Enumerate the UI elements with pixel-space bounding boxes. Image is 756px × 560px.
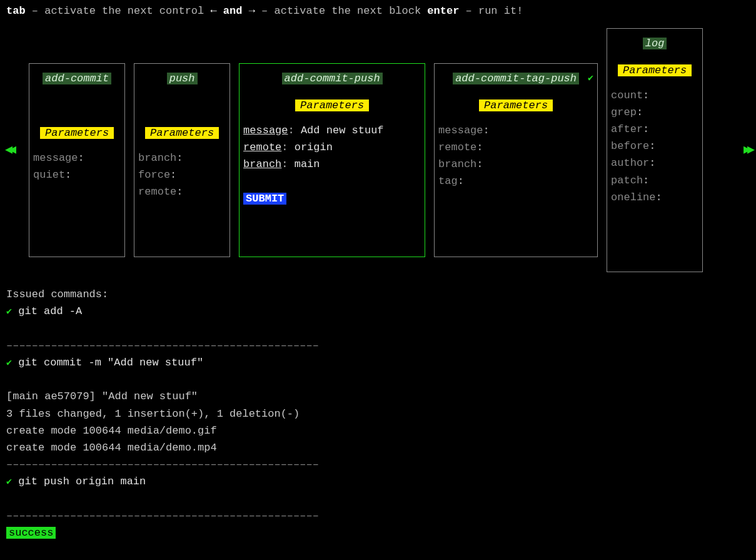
block-push[interactable]: push Parameters branch: force: remote: bbox=[134, 63, 230, 257]
param-oneline[interactable]: oneline: bbox=[611, 189, 698, 206]
check-icon: ✔ bbox=[6, 358, 12, 369]
param-branch[interactable]: branch: bbox=[138, 150, 226, 166]
parameters-heading: Parameters bbox=[138, 125, 226, 141]
log-line: ✔ git push origin main bbox=[6, 473, 750, 490]
param-author[interactable]: author: bbox=[611, 155, 698, 171]
parameters-heading: Parameters bbox=[438, 97, 593, 114]
check-icon: ✔ bbox=[588, 71, 593, 86]
param-before[interactable]: before: bbox=[611, 138, 698, 155]
block-title: log bbox=[611, 35, 698, 52]
help-enter-key: enter bbox=[427, 5, 459, 17]
check-icon: ✔ bbox=[6, 477, 12, 487]
param-branch[interactable]: branch: bbox=[438, 156, 593, 173]
output-log: Issued commands: ✔ git add -A ––––––––––… bbox=[0, 272, 756, 541]
block-add-commit-tag-push[interactable]: add-commit-tag-push ✔ Parameters message… bbox=[434, 63, 598, 257]
log-line: ✔ git commit -m "Add new stuuf" bbox=[6, 354, 750, 371]
help-arrows-key: ← and → bbox=[210, 5, 255, 17]
divider: ––––––––––––––––––––––––––––––––––––––––… bbox=[6, 456, 750, 473]
param-remote[interactable]: remote: bbox=[438, 139, 593, 156]
nav-next-icon[interactable]: ▶▶ bbox=[742, 140, 752, 160]
block-add-commit-push[interactable]: add-commit-push Parameters message: Add … bbox=[239, 63, 425, 257]
parameters-heading: Parameters bbox=[243, 97, 421, 114]
help-bar: tab – activate the next control ← and → … bbox=[0, 3, 756, 28]
block-log[interactable]: log Parameters count: grep: after: befor… bbox=[607, 28, 703, 272]
help-enter-text: – run it! bbox=[459, 5, 523, 17]
submit-button[interactable]: SUBMIT bbox=[243, 190, 421, 207]
help-tab-key: tab bbox=[6, 5, 26, 17]
param-message[interactable]: message: Add new stuuf bbox=[243, 122, 421, 139]
param-message[interactable]: message: bbox=[33, 150, 121, 166]
param-quiet[interactable]: quiet: bbox=[33, 166, 121, 183]
param-count[interactable]: count: bbox=[611, 87, 698, 104]
log-line: create mode 100644 media/demo.mp4 bbox=[6, 439, 750, 456]
log-line: ✔ git add -A bbox=[6, 303, 750, 320]
check-icon: ✔ bbox=[6, 307, 12, 317]
param-branch[interactable]: branch: main bbox=[243, 156, 421, 173]
param-grep[interactable]: grep: bbox=[611, 104, 698, 121]
status-success: success bbox=[6, 524, 750, 541]
nav-prev-icon[interactable]: ◀◀ bbox=[4, 140, 14, 160]
log-line: 3 files changed, 1 insertion(+), 1 delet… bbox=[6, 405, 750, 422]
help-tab-text: – activate the next control bbox=[26, 5, 211, 17]
param-force[interactable]: force: bbox=[138, 166, 226, 183]
block-title: add-commit bbox=[33, 70, 121, 87]
divider: ––––––––––––––––––––––––––––––––––––––––… bbox=[6, 337, 750, 354]
param-after[interactable]: after: bbox=[611, 121, 698, 138]
divider: ––––––––––––––––––––––––––––––––––––––––… bbox=[6, 507, 750, 524]
block-title: push bbox=[138, 70, 226, 87]
param-message[interactable]: message: bbox=[438, 122, 593, 139]
param-remote[interactable]: remote: bbox=[138, 183, 226, 200]
blocks-carousel: ◀◀ add-commit Parameters message: quiet:… bbox=[0, 28, 756, 272]
block-title: add-commit-push bbox=[243, 70, 421, 87]
parameters-heading: Parameters bbox=[33, 125, 121, 141]
block-add-commit[interactable]: add-commit Parameters message: quiet: bbox=[29, 63, 125, 257]
param-tag[interactable]: tag: bbox=[438, 173, 593, 190]
parameters-heading: Parameters bbox=[611, 62, 698, 79]
param-remote[interactable]: remote: origin bbox=[243, 139, 421, 156]
log-line: [main ae57079] "Add new stuuf" bbox=[6, 388, 750, 405]
log-line: create mode 100644 media/demo.gif bbox=[6, 422, 750, 439]
param-patch[interactable]: patch: bbox=[611, 172, 698, 189]
issued-commands-heading: Issued commands: bbox=[6, 286, 750, 303]
help-arrows-text: – activate the next block bbox=[255, 5, 427, 17]
block-title: add-commit-tag-push bbox=[438, 70, 593, 87]
blocks-row: add-commit Parameters message: quiet: pu… bbox=[29, 28, 727, 272]
